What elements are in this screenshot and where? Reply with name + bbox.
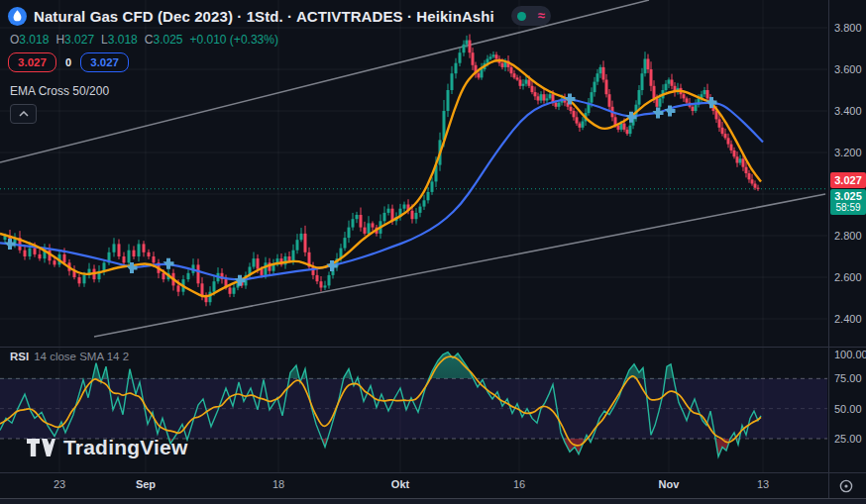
open-label: O: [10, 33, 19, 47]
bid-price-badge: 3.025 58:59: [830, 189, 866, 215]
rsi-title: RSI: [10, 351, 29, 362]
high-label: H: [55, 33, 64, 47]
market-status-pill[interactable]: ≈: [511, 6, 551, 26]
time-axis-label: Okt: [391, 478, 409, 490]
change-value: +0.010 (+0.33%): [190, 33, 278, 47]
time-axis-label: Nov: [659, 478, 680, 490]
rsi-axis-label: 50.00: [834, 403, 862, 415]
spread-value: 0: [63, 56, 73, 68]
price-axis-label: 3.600: [834, 63, 862, 75]
symbol-title[interactable]: Natural Gas CFD (Dec 2023) · 1Std. · ACT…: [34, 8, 494, 25]
time-axis-label: 18: [272, 478, 284, 490]
price-axis[interactable]: 3.027 3.025 58:59 3.8003.6003.4003.2002.…: [828, 0, 866, 498]
indicator-legend[interactable]: EMA Cross 50/200: [10, 84, 551, 98]
trendline[interactable]: [94, 194, 825, 337]
low-value: 3.018: [108, 33, 138, 47]
market-open-dot-icon: [517, 12, 526, 21]
time-axis-label: 16: [513, 478, 525, 490]
price-axis-label: 3.200: [834, 147, 862, 158]
tradingview-watermark: TradingView: [26, 436, 188, 459]
rsi-axis-label: 100.00: [834, 349, 866, 360]
time-axis-label: 23: [54, 478, 65, 490]
high-value: 3.027: [64, 33, 94, 47]
price-axis-label: 2.800: [834, 230, 862, 242]
rsi-indicator-legend[interactable]: RSI14 close SMA 14 2: [10, 351, 129, 362]
open-value: 3.018: [19, 33, 49, 47]
rsi-params: 14 close SMA 14 2: [34, 351, 129, 362]
price-axis-label: 2.600: [834, 271, 862, 283]
bottom-strip: [0, 498, 866, 504]
delayed-data-icon: ≈: [538, 11, 545, 21]
chart-legend: Natural Gas CFD (Dec 2023) · 1Std. · ACT…: [8, 6, 551, 124]
time-axis-divider: [0, 472, 866, 473]
price-axis-label: 3.400: [834, 105, 862, 117]
pane-divider[interactable]: [0, 347, 866, 348]
chevron-up-icon: [19, 111, 29, 117]
bid-price: 3.025: [830, 190, 866, 202]
sell-button[interactable]: 3.027: [8, 52, 56, 72]
flame-icon: [8, 7, 27, 26]
rsi-axis-label: 75.00: [834, 372, 862, 384]
time-axis-label: Sep: [136, 478, 156, 490]
bar-countdown: 58:59: [830, 202, 866, 214]
ohlc-row: O3.018H3.027L3.018C3.025+0.010 (+0.33%): [10, 33, 551, 47]
collapse-indicators-button[interactable]: [10, 104, 37, 124]
buy-button[interactable]: 3.027: [80, 52, 129, 72]
price-axis-label: 3.800: [834, 22, 862, 34]
tradingview-logo-icon: [26, 437, 55, 458]
gear-icon[interactable]: [837, 477, 855, 495]
time-axis-label: 13: [757, 478, 769, 490]
low-label: L: [101, 33, 108, 47]
time-axis[interactable]: 23Sep18Okt16Nov13: [0, 472, 827, 498]
price-axis-label: 2.400: [834, 313, 862, 325]
close-value: 3.025: [153, 33, 182, 47]
watermark-text: TradingView: [63, 436, 188, 459]
rsi-axis-label: 25.00: [834, 433, 862, 445]
ask-price-badge: 3.027: [830, 172, 866, 188]
